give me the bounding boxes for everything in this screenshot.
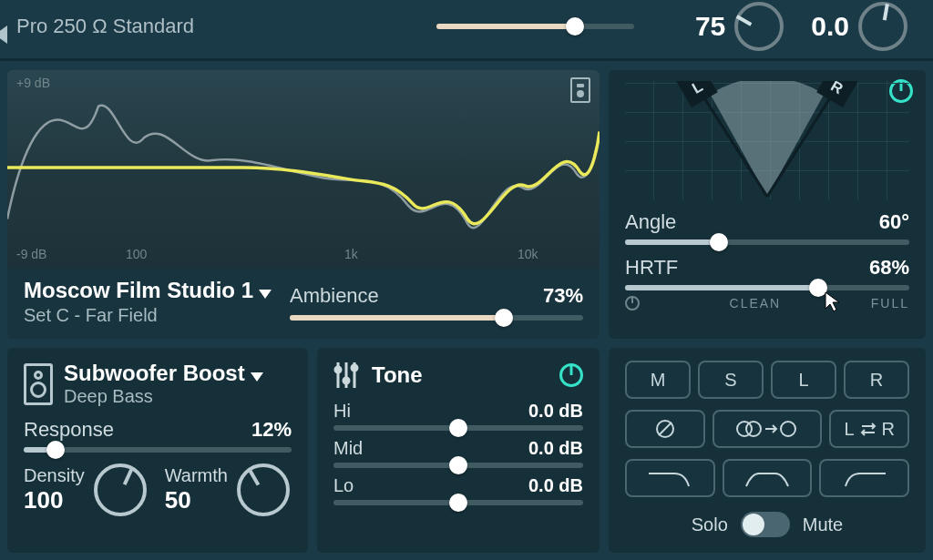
collapse-caret-icon[interactable] xyxy=(0,25,7,44)
hrtf-full-label: FULL xyxy=(871,296,909,311)
hi-slider[interactable] xyxy=(333,425,583,431)
subwoofer-panel: Subwoofer Boost Deep Bass Response12% De… xyxy=(7,348,308,553)
lo-slider[interactable] xyxy=(333,500,583,505)
spectrum-panel: +9 dB -9 dB 100 1k 10k Moscow Film Studi… xyxy=(7,70,600,339)
hrtf-label: HRTF xyxy=(625,256,678,280)
response-value: 12% xyxy=(251,418,292,442)
hrtf-value: 68% xyxy=(869,256,909,280)
tone-title: Tone xyxy=(372,362,423,388)
chevron-down-icon xyxy=(251,372,263,382)
highpass-button[interactable] xyxy=(819,459,909,497)
angle-slider[interactable] xyxy=(625,239,909,245)
bandpass-button[interactable] xyxy=(723,459,813,497)
ambience-slider[interactable] xyxy=(290,315,583,321)
solo-mute-toggle[interactable] xyxy=(741,512,790,537)
stereo-scope[interactable]: L R xyxy=(625,81,909,199)
swap-lr-button[interactable]: LR xyxy=(829,410,909,448)
left-button[interactable]: L xyxy=(771,361,836,399)
mid-slider[interactable] xyxy=(333,463,583,468)
lo-label: Lo xyxy=(333,475,354,496)
knob1[interactable] xyxy=(734,2,784,51)
knob2-value: 0.0 xyxy=(811,11,849,42)
eq-icon xyxy=(333,361,359,390)
knob2[interactable] xyxy=(858,2,907,51)
ambience-label: Ambience xyxy=(290,284,379,308)
mid-value: 0.0 dB xyxy=(528,438,583,459)
response-slider[interactable] xyxy=(24,447,292,453)
preset-name: Moscow Film Studio 1 xyxy=(24,278,253,302)
hi-value: 0.0 dB xyxy=(528,401,583,422)
lo-value: 0.0 dB xyxy=(528,475,583,496)
mid-label: Mid xyxy=(333,438,363,459)
hrtf-power-button[interactable] xyxy=(625,296,640,311)
preset-selector[interactable]: Moscow Film Studio 1 Set C - Far Field xyxy=(24,278,272,326)
sub-subtitle: Deep Bass xyxy=(64,386,263,407)
hrtf-clean-label: CLEAN xyxy=(730,296,782,311)
phase-button[interactable] xyxy=(625,410,705,448)
warmth-label: Warmth xyxy=(165,465,228,486)
mono-button[interactable]: M xyxy=(625,361,691,399)
knob1-value: 75 xyxy=(695,11,725,42)
svg-point-10 xyxy=(781,422,795,436)
svg-point-6 xyxy=(352,365,357,371)
tone-power-button[interactable] xyxy=(559,363,583,387)
warmth-value: 50 xyxy=(165,486,228,514)
svg-point-9 xyxy=(746,422,761,436)
angle-label: Angle xyxy=(625,210,676,234)
product-subtitle[interactable]: Pro 250 Ω Standard xyxy=(16,15,326,38)
spectrum-display[interactable]: +9 dB -9 dB 100 1k 10k xyxy=(7,70,600,269)
warmth-knob[interactable] xyxy=(237,463,290,516)
preset-variant: Set C - Far Field xyxy=(24,305,272,326)
angle-value: 60° xyxy=(879,210,909,234)
response-label: Response xyxy=(24,418,114,442)
stereo-to-mono-button[interactable] xyxy=(713,410,823,448)
sub-title: Subwoofer Boost xyxy=(64,361,245,385)
hrtf-slider[interactable] xyxy=(625,285,909,290)
chevron-down-icon xyxy=(259,290,272,299)
density-knob[interactable] xyxy=(94,463,147,516)
density-value: 100 xyxy=(24,486,85,514)
mute-label: Mute xyxy=(803,514,843,535)
stereo-panel: L R Angle60° HRTF68% CLEAN FULL xyxy=(609,70,926,339)
right-button[interactable]: R xyxy=(844,361,909,399)
svg-point-4 xyxy=(335,367,341,372)
speaker-icon xyxy=(24,363,53,405)
correction-slider[interactable] xyxy=(436,24,634,29)
density-label: Density xyxy=(24,465,85,486)
side-button[interactable]: S xyxy=(698,361,764,399)
ambience-value: 73% xyxy=(543,284,583,308)
sub-preset-selector[interactable]: Subwoofer Boost Deep Bass xyxy=(64,361,263,407)
svg-point-5 xyxy=(343,378,349,383)
top-bar: Pro 250 Ω Standard correction 75 0.0 xyxy=(0,0,933,61)
hi-label: Hi xyxy=(333,401,351,422)
solo-label: Solo xyxy=(692,514,728,535)
tone-panel: Tone Hi0.0 dB Mid0.0 dB Lo0.0 dB xyxy=(317,348,600,553)
lowpass-button[interactable] xyxy=(625,459,715,497)
routing-panel: M S L R LR Solo Mute xyxy=(609,348,926,553)
